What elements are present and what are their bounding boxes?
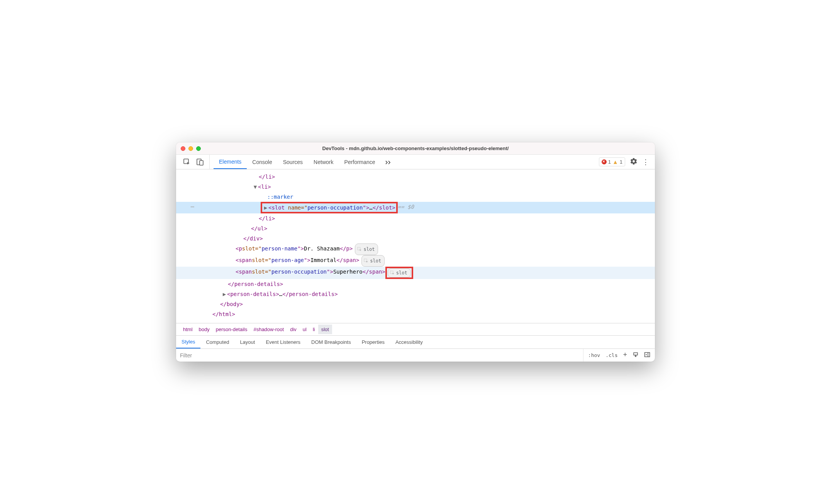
device-toolbar-icon[interactable] xyxy=(196,158,204,166)
tree-row[interactable]: </ul> xyxy=(176,223,655,233)
tree-row[interactable]: </div> xyxy=(176,233,655,244)
reveal-slot-pill[interactable]: slot xyxy=(355,244,378,255)
tree-row[interactable]: </li> xyxy=(176,213,655,223)
subtab-accessibility[interactable]: Accessibility xyxy=(390,336,428,348)
tree-row[interactable]: </person-details> xyxy=(176,279,655,289)
toggle-cls-button[interactable]: .cls xyxy=(605,352,617,358)
tab-sources[interactable]: Sources xyxy=(278,155,308,169)
crumb-li[interactable]: li xyxy=(310,325,318,334)
disclosure-triangle-icon[interactable]: ▼ xyxy=(253,182,258,192)
styles-filter-tools: :hov .cls + xyxy=(583,349,655,362)
subtab-dom-breakpoints[interactable]: DOM Breakpoints xyxy=(306,336,356,348)
subtab-computed[interactable]: Computed xyxy=(200,336,234,348)
tree-row-selected[interactable]: ⋯ ▶<slot name="person-occupation">…</slo… xyxy=(176,202,655,213)
breadcrumb-bar: html body person-details #shadow-root di… xyxy=(176,323,655,335)
toggle-sidebar-icon[interactable] xyxy=(644,352,650,359)
crumb-person[interactable]: person-details xyxy=(213,325,251,334)
toolbar-left xyxy=(176,155,210,169)
selected-element-ref: == $0 xyxy=(398,202,414,213)
more-tabs-icon[interactable] xyxy=(381,155,397,169)
elements-tree[interactable]: </li> ▼ <li> ::marker ⋯ ▶<slot name="per… xyxy=(176,169,655,323)
settings-icon[interactable] xyxy=(630,157,638,166)
crumb-html[interactable]: html xyxy=(180,325,196,334)
crumb-slot[interactable]: slot xyxy=(318,325,332,334)
tree-row[interactable]: <span slot="person-occupation">Superhero… xyxy=(176,267,655,279)
reveal-slot-pill[interactable]: slot xyxy=(361,255,385,267)
issues-badge[interactable]: 1 ▲ 1 xyxy=(599,157,625,166)
svg-rect-6 xyxy=(645,353,650,357)
toolbar-right: 1 ▲ 1 ⋮ xyxy=(594,155,655,169)
tab-elements[interactable]: Elements xyxy=(214,155,247,169)
highlight-frame: slot xyxy=(385,267,413,279)
crumb-body[interactable]: body xyxy=(196,325,213,334)
inspect-element-icon[interactable] xyxy=(183,158,191,166)
reveal-slot-pill[interactable]: slot xyxy=(388,268,411,277)
tree-row[interactable]: </html> xyxy=(176,309,655,319)
tab-network[interactable]: Network xyxy=(308,155,339,169)
styles-subtabs: Styles Computed Layout Event Listeners D… xyxy=(176,335,655,348)
tree-row[interactable]: </li> xyxy=(176,172,655,182)
tree-row[interactable]: </body> xyxy=(176,299,655,309)
panel-tabs: Elements Console Sources Network Perform… xyxy=(210,155,594,169)
titlebar: DevTools - mdn.github.io/web-components-… xyxy=(176,142,655,155)
main-toolbar: Elements Console Sources Network Perform… xyxy=(176,155,655,169)
styles-filter-input[interactable] xyxy=(176,350,583,361)
more-options-icon[interactable]: ⋮ xyxy=(642,158,650,166)
crumb-shadow-root[interactable]: #shadow-root xyxy=(250,325,287,334)
warning-count: 1 xyxy=(620,159,622,165)
tree-row[interactable]: ▶ <person-details>…</person-details> xyxy=(176,289,655,299)
subtab-layout[interactable]: Layout xyxy=(234,336,260,348)
highlight-frame: ▶<slot name="person-occupation">…</slot> xyxy=(261,202,398,213)
tab-console[interactable]: Console xyxy=(247,155,277,169)
error-icon xyxy=(602,159,607,164)
tree-row[interactable]: <p slot="person-name">Dr. Shazaam</p> sl… xyxy=(176,244,655,255)
window-title: DevTools - mdn.github.io/web-components-… xyxy=(176,145,655,151)
subtab-properties[interactable]: Properties xyxy=(356,336,390,348)
minimize-window-button[interactable] xyxy=(188,146,193,151)
paint-brush-icon[interactable] xyxy=(633,352,639,359)
warning-icon: ▲ xyxy=(612,159,618,165)
error-count: 1 xyxy=(608,159,611,165)
tree-row[interactable]: ::marker xyxy=(176,192,655,202)
window-controls xyxy=(176,146,201,151)
subtab-event-listeners[interactable]: Event Listeners xyxy=(260,336,306,348)
disclosure-triangle-icon[interactable]: ▶ xyxy=(222,289,227,299)
svg-rect-2 xyxy=(200,161,203,165)
styles-filter-bar: :hov .cls + xyxy=(176,348,655,362)
subtab-styles[interactable]: Styles xyxy=(176,336,200,348)
crumb-div[interactable]: div xyxy=(287,325,300,334)
devtools-window: DevTools - mdn.github.io/web-components-… xyxy=(176,142,655,362)
tab-performance[interactable]: Performance xyxy=(339,155,380,169)
tree-row[interactable]: <span slot="person-age">Immortal</span> … xyxy=(176,255,655,267)
tree-row[interactable]: ▼ <li> xyxy=(176,182,655,192)
zoom-window-button[interactable] xyxy=(196,146,201,151)
crumb-ul[interactable]: ul xyxy=(300,325,310,334)
new-style-rule-icon[interactable]: + xyxy=(623,351,627,359)
row-actions-icon[interactable]: ⋯ xyxy=(176,202,209,213)
toggle-hov-button[interactable]: :hov xyxy=(588,352,600,358)
disclosure-triangle-icon[interactable]: ▶ xyxy=(263,204,268,211)
close-window-button[interactable] xyxy=(181,146,185,151)
